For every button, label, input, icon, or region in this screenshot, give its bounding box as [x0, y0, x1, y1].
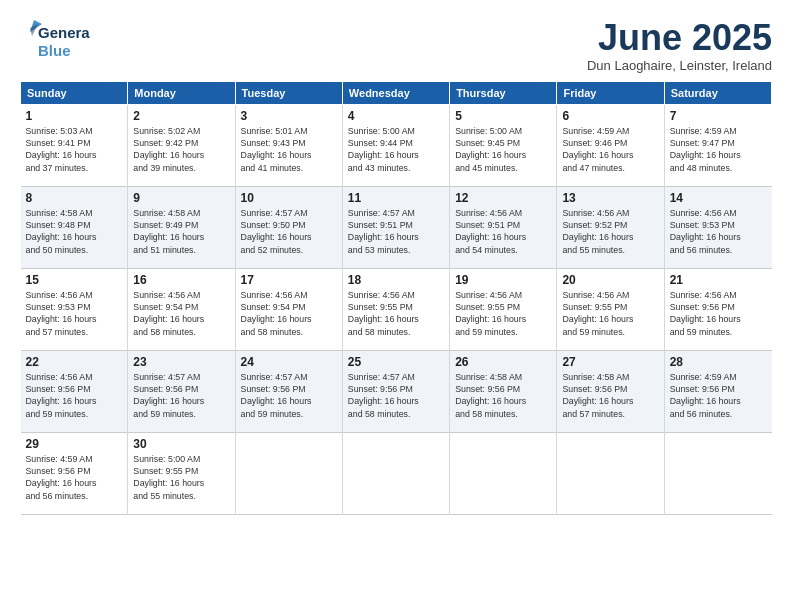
calendar-cell: 26Sunrise: 4:58 AMSunset: 9:56 PMDayligh…: [450, 350, 557, 432]
day-info: Sunrise: 5:00 AMSunset: 9:55 PMDaylight:…: [133, 453, 229, 502]
day-number: 17: [241, 273, 337, 287]
calendar-cell: 28Sunrise: 4:59 AMSunset: 9:56 PMDayligh…: [664, 350, 771, 432]
calendar-cell: 8Sunrise: 4:58 AMSunset: 9:48 PMDaylight…: [21, 186, 128, 268]
calendar-cell: 10Sunrise: 4:57 AMSunset: 9:50 PMDayligh…: [235, 186, 342, 268]
title-area: June 2025 Dun Laoghaire, Leinster, Irela…: [587, 18, 772, 73]
calendar-cell: 21Sunrise: 4:56 AMSunset: 9:56 PMDayligh…: [664, 268, 771, 350]
calendar-cell: 4Sunrise: 5:00 AMSunset: 9:44 PMDaylight…: [342, 104, 449, 186]
day-info: Sunrise: 5:00 AMSunset: 9:45 PMDaylight:…: [455, 125, 551, 174]
day-number: 7: [670, 109, 767, 123]
day-number: 20: [562, 273, 658, 287]
weekday-header: Wednesday: [342, 81, 449, 104]
weekday-header: Thursday: [450, 81, 557, 104]
weekday-header: Friday: [557, 81, 664, 104]
day-info: Sunrise: 4:56 AMSunset: 9:53 PMDaylight:…: [670, 207, 767, 256]
day-info: Sunrise: 4:56 AMSunset: 9:56 PMDaylight:…: [670, 289, 767, 338]
day-number: 28: [670, 355, 767, 369]
calendar-week-row: 1Sunrise: 5:03 AMSunset: 9:41 PMDaylight…: [21, 104, 772, 186]
page: General Blue June 2025 Dun Laoghaire, Le…: [0, 0, 792, 612]
day-number: 12: [455, 191, 551, 205]
logo: General Blue: [20, 18, 90, 62]
calendar-cell: [557, 432, 664, 514]
day-number: 29: [26, 437, 123, 451]
day-number: 13: [562, 191, 658, 205]
day-info: Sunrise: 4:56 AMSunset: 9:54 PMDaylight:…: [241, 289, 337, 338]
day-info: Sunrise: 4:56 AMSunset: 9:52 PMDaylight:…: [562, 207, 658, 256]
calendar-cell: 16Sunrise: 4:56 AMSunset: 9:54 PMDayligh…: [128, 268, 235, 350]
calendar-cell: 5Sunrise: 5:00 AMSunset: 9:45 PMDaylight…: [450, 104, 557, 186]
weekday-header: Monday: [128, 81, 235, 104]
svg-text:General: General: [38, 24, 90, 41]
day-number: 22: [26, 355, 123, 369]
calendar-cell: 22Sunrise: 4:56 AMSunset: 9:56 PMDayligh…: [21, 350, 128, 432]
day-number: 23: [133, 355, 229, 369]
calendar-cell: 15Sunrise: 4:56 AMSunset: 9:53 PMDayligh…: [21, 268, 128, 350]
calendar-table: SundayMondayTuesdayWednesdayThursdayFrid…: [20, 81, 772, 515]
calendar-cell: 23Sunrise: 4:57 AMSunset: 9:56 PMDayligh…: [128, 350, 235, 432]
day-info: Sunrise: 4:56 AMSunset: 9:55 PMDaylight:…: [562, 289, 658, 338]
month-title: June 2025: [587, 18, 772, 58]
calendar-week-row: 22Sunrise: 4:56 AMSunset: 9:56 PMDayligh…: [21, 350, 772, 432]
calendar-cell: 13Sunrise: 4:56 AMSunset: 9:52 PMDayligh…: [557, 186, 664, 268]
calendar-cell: [450, 432, 557, 514]
calendar-cell: 1Sunrise: 5:03 AMSunset: 9:41 PMDaylight…: [21, 104, 128, 186]
calendar-cell: 29Sunrise: 4:59 AMSunset: 9:56 PMDayligh…: [21, 432, 128, 514]
day-info: Sunrise: 4:56 AMSunset: 9:53 PMDaylight:…: [26, 289, 123, 338]
calendar-week-row: 29Sunrise: 4:59 AMSunset: 9:56 PMDayligh…: [21, 432, 772, 514]
day-info: Sunrise: 4:57 AMSunset: 9:50 PMDaylight:…: [241, 207, 337, 256]
calendar-week-row: 15Sunrise: 4:56 AMSunset: 9:53 PMDayligh…: [21, 268, 772, 350]
day-number: 21: [670, 273, 767, 287]
calendar-cell: 27Sunrise: 4:58 AMSunset: 9:56 PMDayligh…: [557, 350, 664, 432]
day-number: 11: [348, 191, 444, 205]
calendar-cell: 3Sunrise: 5:01 AMSunset: 9:43 PMDaylight…: [235, 104, 342, 186]
calendar-cell: 24Sunrise: 4:57 AMSunset: 9:56 PMDayligh…: [235, 350, 342, 432]
day-info: Sunrise: 4:59 AMSunset: 9:46 PMDaylight:…: [562, 125, 658, 174]
day-info: Sunrise: 4:57 AMSunset: 9:56 PMDaylight:…: [241, 371, 337, 420]
calendar-cell: 20Sunrise: 4:56 AMSunset: 9:55 PMDayligh…: [557, 268, 664, 350]
day-info: Sunrise: 5:01 AMSunset: 9:43 PMDaylight:…: [241, 125, 337, 174]
day-info: Sunrise: 4:58 AMSunset: 9:48 PMDaylight:…: [26, 207, 123, 256]
weekday-header: Tuesday: [235, 81, 342, 104]
calendar-cell: [235, 432, 342, 514]
weekday-header: Sunday: [21, 81, 128, 104]
calendar-cell: 7Sunrise: 4:59 AMSunset: 9:47 PMDaylight…: [664, 104, 771, 186]
day-number: 4: [348, 109, 444, 123]
day-number: 15: [26, 273, 123, 287]
day-info: Sunrise: 4:58 AMSunset: 9:56 PMDaylight:…: [455, 371, 551, 420]
day-number: 2: [133, 109, 229, 123]
header: General Blue June 2025 Dun Laoghaire, Le…: [20, 18, 772, 73]
day-number: 18: [348, 273, 444, 287]
day-info: Sunrise: 4:59 AMSunset: 9:56 PMDaylight:…: [26, 453, 123, 502]
calendar-cell: 17Sunrise: 4:56 AMSunset: 9:54 PMDayligh…: [235, 268, 342, 350]
logo-svg: General Blue: [20, 18, 90, 62]
day-info: Sunrise: 5:03 AMSunset: 9:41 PMDaylight:…: [26, 125, 123, 174]
day-info: Sunrise: 5:00 AMSunset: 9:44 PMDaylight:…: [348, 125, 444, 174]
calendar-cell: [342, 432, 449, 514]
day-number: 6: [562, 109, 658, 123]
day-number: 14: [670, 191, 767, 205]
calendar-cell: 25Sunrise: 4:57 AMSunset: 9:56 PMDayligh…: [342, 350, 449, 432]
day-number: 19: [455, 273, 551, 287]
day-number: 5: [455, 109, 551, 123]
day-number: 1: [26, 109, 123, 123]
day-number: 25: [348, 355, 444, 369]
day-info: Sunrise: 4:59 AMSunset: 9:47 PMDaylight:…: [670, 125, 767, 174]
day-info: Sunrise: 4:56 AMSunset: 9:55 PMDaylight:…: [348, 289, 444, 338]
day-number: 26: [455, 355, 551, 369]
header-row: SundayMondayTuesdayWednesdayThursdayFrid…: [21, 81, 772, 104]
calendar-cell: 30Sunrise: 5:00 AMSunset: 9:55 PMDayligh…: [128, 432, 235, 514]
calendar-week-row: 8Sunrise: 4:58 AMSunset: 9:48 PMDaylight…: [21, 186, 772, 268]
day-info: Sunrise: 4:56 AMSunset: 9:51 PMDaylight:…: [455, 207, 551, 256]
day-info: Sunrise: 4:58 AMSunset: 9:49 PMDaylight:…: [133, 207, 229, 256]
day-number: 24: [241, 355, 337, 369]
calendar-cell: 6Sunrise: 4:59 AMSunset: 9:46 PMDaylight…: [557, 104, 664, 186]
calendar-cell: [664, 432, 771, 514]
day-info: Sunrise: 4:59 AMSunset: 9:56 PMDaylight:…: [670, 371, 767, 420]
day-info: Sunrise: 4:57 AMSunset: 9:51 PMDaylight:…: [348, 207, 444, 256]
calendar-cell: 14Sunrise: 4:56 AMSunset: 9:53 PMDayligh…: [664, 186, 771, 268]
location: Dun Laoghaire, Leinster, Ireland: [587, 58, 772, 73]
day-info: Sunrise: 4:58 AMSunset: 9:56 PMDaylight:…: [562, 371, 658, 420]
day-info: Sunrise: 4:56 AMSunset: 9:56 PMDaylight:…: [26, 371, 123, 420]
svg-text:Blue: Blue: [38, 42, 71, 59]
day-number: 30: [133, 437, 229, 451]
